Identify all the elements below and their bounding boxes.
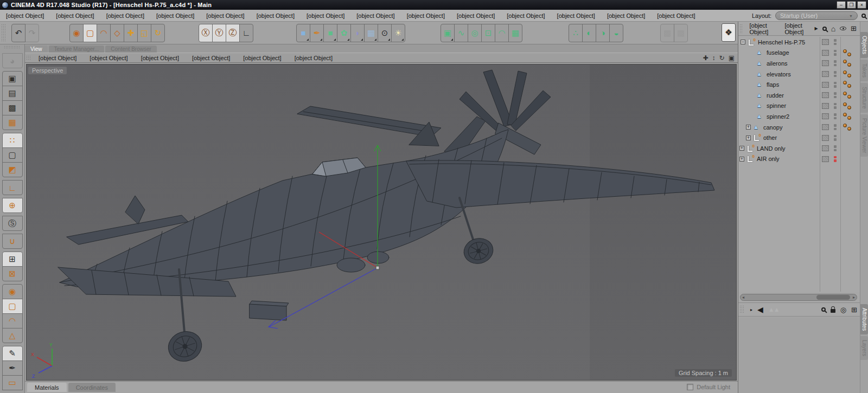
object-tree-row[interactable]: spinner [738, 101, 860, 112]
live-selection-button[interactable]: ◉ [2, 284, 23, 299]
layer-swatch[interactable] [820, 71, 831, 77]
brush-tool-button[interactable]: ✎ [2, 346, 23, 361]
lasso-selection-tool[interactable]: ◠ [97, 24, 111, 42]
menu-item[interactable]: [object Object] [651, 10, 701, 21]
menu-overflow-icon[interactable]: ▸ [750, 307, 752, 312]
objects-menu-item[interactable]: [object Object] [779, 22, 814, 35]
viewport-pan-icon[interactable]: ✚ [703, 54, 709, 62]
menu-item[interactable]: [object Object] [100, 10, 150, 21]
close-button[interactable]: × [857, 1, 866, 9]
metaball-object-button[interactable]: ∴ [569, 24, 583, 42]
object-tags[interactable] [840, 69, 859, 80]
layer-swatch[interactable] [820, 135, 831, 141]
make-editable-button[interactable]: ◕ [2, 53, 23, 68]
default-light-toggle[interactable]: Default Light [687, 382, 738, 390]
redo-button[interactable]: ↷ [25, 24, 39, 42]
visibility-dots[interactable] [831, 145, 840, 151]
add-generator-button[interactable]: ■ [323, 24, 337, 42]
object-tags[interactable] [840, 90, 859, 101]
object-tags[interactable] [840, 154, 859, 165]
tag-icon[interactable] [847, 74, 851, 78]
extrude-generator-button[interactable]: ⊡ [481, 24, 495, 42]
visibility-dots[interactable] [831, 113, 840, 119]
tag-icon[interactable] [843, 81, 847, 85]
perspective-viewport[interactable]: Y X Z Perspective Grid Spacing : 1 m [26, 64, 737, 381]
expand-toggle-icon[interactable]: + [746, 136, 751, 140]
tag-icon[interactable] [847, 106, 851, 109]
workplane-mode-button[interactable]: ▦ [2, 115, 23, 130]
object-tree-row[interactable]: + LAND only [738, 143, 860, 154]
object-tree-row[interactable]: flaps [738, 79, 860, 90]
minimize-button[interactable]: – [837, 1, 846, 9]
layer-swatch[interactable] [820, 124, 831, 130]
edges-mode-button[interactable]: ▢ [2, 147, 23, 163]
object-tree-row[interactable]: spinner2 [738, 111, 860, 122]
subdivision-surface-button[interactable]: ▣ [441, 24, 455, 42]
object-tags[interactable] [840, 79, 859, 90]
tag-icon[interactable] [847, 127, 851, 131]
viewport-menu-item[interactable]: [object Object] [237, 55, 288, 61]
add-object-icon[interactable]: ⊞ [851, 24, 857, 33]
interface-toggle-button[interactable]: ❖ [722, 23, 736, 42]
expand-toggle-icon[interactable]: + [746, 125, 751, 130]
menu-overflow-icon[interactable]: ▶ [814, 26, 818, 31]
rectangle-selection-button[interactable]: ▢ [2, 299, 23, 314]
object-tree-row[interactable]: + other [738, 132, 860, 143]
visibility-dots[interactable] [831, 92, 840, 98]
move-tool[interactable]: ✚ [124, 24, 138, 42]
polygon-selection-tool[interactable]: ◇ [110, 24, 124, 42]
magnet-tool-button[interactable]: ∪ [2, 234, 23, 249]
menu-item[interactable]: [object Object] [200, 10, 250, 21]
side-tab[interactable]: Objects [860, 32, 868, 58]
texture-axes-mode-button[interactable]: ▤ [2, 86, 23, 101]
add-environment-button[interactable]: ▦ [364, 24, 378, 42]
visibility-dots[interactable] [831, 103, 840, 109]
object-tags[interactable] [840, 58, 859, 69]
menu-item[interactable]: [object Object] [601, 10, 651, 21]
xref-options-button[interactable]: ▩ [674, 24, 688, 42]
layer-swatch[interactable] [820, 156, 831, 162]
object-name[interactable]: flaps [767, 81, 779, 88]
object-name[interactable]: spinner [767, 102, 786, 109]
object-name[interactable]: other [763, 134, 777, 141]
object-tags[interactable] [840, 48, 859, 59]
menu-item[interactable]: [object Object] [50, 10, 100, 21]
expand-toggle-icon[interactable]: + [739, 146, 744, 151]
lasso-selection-button[interactable]: ◠ [2, 313, 23, 328]
tag-icon[interactable] [843, 60, 847, 63]
visibility-dots[interactable] [831, 50, 840, 56]
layer-swatch[interactable] [820, 92, 831, 98]
objects-panel-grip[interactable] [739, 24, 743, 33]
viewport-rotate-icon[interactable]: ↻ [719, 54, 725, 62]
polygons-mode-button[interactable]: ◩ [2, 162, 23, 177]
menu-item[interactable]: [object Object] [350, 10, 400, 21]
menu-item[interactable]: [object Object] [501, 10, 551, 21]
objects-menu-item[interactable]: [object Object] [744, 22, 779, 35]
layer-swatch[interactable] [820, 145, 831, 151]
menu-item[interactable]: [object Object] [551, 10, 601, 21]
object-tree-row[interactable]: − Henschel Hs-P.75 [738, 37, 860, 48]
y-axis-lock-button[interactable]: Ⓨ [212, 24, 226, 42]
tag-icon[interactable] [843, 92, 847, 95]
bottom-tab[interactable]: Materials [27, 383, 67, 392]
checkbox-icon[interactable] [687, 384, 693, 390]
layer-swatch[interactable] [820, 103, 831, 109]
add-deformer-button[interactable]: ◗ [350, 24, 365, 42]
add-modifier-button[interactable]: ✿ [337, 24, 351, 42]
spline-mask-button[interactable]: ◒ [609, 24, 623, 42]
object-name[interactable]: rudder [767, 92, 784, 99]
spline-pen-button[interactable]: ✒ [310, 24, 324, 42]
layer-swatch[interactable] [820, 50, 831, 56]
restore-button[interactable]: ❐ [847, 1, 856, 9]
workplane-tool-button[interactable]: ⊠ [2, 266, 23, 281]
symmetry-object-button[interactable]: ◑ [596, 24, 610, 42]
object-tags[interactable] [840, 101, 859, 112]
model-mode-button[interactable]: ▣ [2, 71, 23, 86]
layer-swatch[interactable] [820, 113, 831, 119]
tag-icon[interactable] [843, 113, 847, 117]
object-tree-row[interactable]: + canopy [738, 122, 860, 133]
search-icon[interactable] [822, 27, 827, 31]
object-name[interactable]: LAND only [757, 145, 786, 152]
tag-icon[interactable] [847, 116, 851, 120]
object-tags[interactable] [840, 143, 859, 154]
